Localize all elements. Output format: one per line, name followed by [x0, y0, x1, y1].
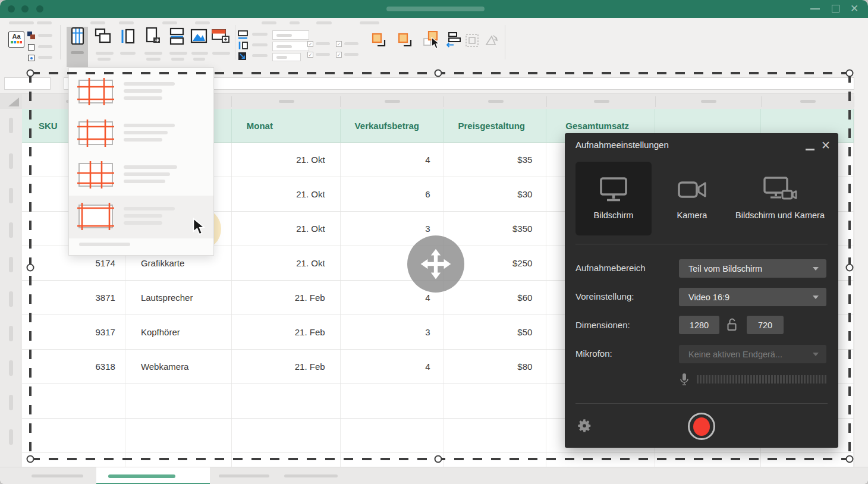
selection-handle-ne[interactable]: [846, 70, 854, 77]
row-label-placeholder: [9, 395, 13, 410]
mode-tile-screen-and-camera[interactable]: Bildschirm und Kamera: [732, 162, 828, 235]
mode-label: Bildschirm: [594, 210, 634, 221]
sheet-tab[interactable]: [284, 474, 338, 477]
mode-tile-screen[interactable]: Bildschirm: [575, 162, 652, 235]
selection-handle-w[interactable]: [27, 264, 34, 272]
table-cell[interactable]: 21. Okt: [232, 177, 341, 211]
dialog-close-icon[interactable]: ✕: [821, 139, 831, 152]
panel-footer-placeholder: [79, 243, 130, 246]
table-cell[interactable]: 6318: [22, 350, 125, 384]
table-cell[interactable]: [22, 384, 125, 418]
table-cell[interactable]: $60: [444, 281, 547, 315]
table-cell[interactable]: $350: [444, 212, 547, 246]
selection-handle-n[interactable]: [435, 70, 442, 77]
close-icon[interactable]: ✕: [850, 2, 858, 15]
format-input[interactable]: [272, 30, 309, 40]
theme-colors-icon[interactable]: [27, 32, 36, 40]
maximize-icon[interactable]: [832, 5, 839, 12]
table-cell[interactable]: $35: [444, 143, 547, 177]
selection-handle-e[interactable]: [846, 264, 854, 272]
font-style-button[interactable]: Aa: [8, 32, 24, 48]
width-input[interactable]: 1280: [679, 316, 719, 334]
minimize-icon[interactable]: [810, 8, 820, 10]
send-backward-icon[interactable]: [398, 33, 413, 51]
table-cell[interactable]: 21. Okt: [232, 212, 341, 246]
name-box[interactable]: [4, 77, 51, 90]
microphone-value: Keine aktiven Endgerä...: [688, 350, 782, 359]
lock-open-icon[interactable]: [727, 318, 737, 331]
sheet-tab-active[interactable]: [96, 467, 210, 484]
preset-dropdown[interactable]: Video 16:9: [679, 288, 826, 306]
table-cell[interactable]: 4: [341, 350, 444, 384]
table-cell[interactable]: Lautsprecher: [125, 281, 232, 315]
group-caption: [37, 21, 52, 24]
option-checkbox[interactable]: ✓: [336, 52, 342, 58]
selection-handle-se[interactable]: [846, 455, 854, 463]
header-cell[interactable]: Monat: [232, 109, 341, 142]
table-cell[interactable]: [232, 384, 341, 418]
traffic-light-close[interactable]: [8, 5, 15, 12]
label-placeholder: [344, 42, 358, 45]
header-cell[interactable]: Verkaufsbetrag: [341, 109, 444, 142]
divider: [505, 25, 505, 59]
format-input[interactable]: [272, 53, 301, 61]
traffic-light-minimize[interactable]: [21, 5, 29, 12]
header-cell[interactable]: Preisgestaltung: [444, 109, 546, 142]
vertical-bar-format-icon[interactable]: [238, 41, 249, 53]
align-left-icon[interactable]: [445, 32, 461, 51]
table-cell[interactable]: 4: [341, 143, 444, 177]
selection-handle-sw[interactable]: [27, 455, 34, 463]
column-label-placeholder: [488, 100, 504, 103]
table-cell[interactable]: [22, 419, 125, 452]
table-cell[interactable]: 9317: [22, 315, 125, 349]
select-all-corner[interactable]: [0, 93, 22, 109]
sheet-tab[interactable]: [32, 474, 83, 477]
height-input[interactable]: 720: [747, 316, 784, 334]
traffic-light-zoom[interactable]: [36, 5, 43, 12]
table-cell[interactable]: [341, 419, 444, 452]
table-cell[interactable]: 21. Feb: [232, 281, 341, 315]
dot-option-icon[interactable]: [28, 55, 34, 61]
dialog-minimize-icon[interactable]: [806, 149, 814, 150]
record-button[interactable]: [688, 413, 715, 440]
table-cell[interactable]: 6: [341, 177, 444, 211]
table-cell[interactable]: [232, 419, 341, 452]
sheet-tab[interactable]: [219, 474, 269, 477]
table-cell[interactable]: 21. Okt: [232, 143, 341, 177]
table-layout-option-1[interactable]: [69, 76, 213, 117]
option-checkbox[interactable]: ✓: [307, 52, 313, 58]
table-cell[interactable]: [444, 384, 547, 418]
table-cell[interactable]: 21. Okt: [232, 246, 341, 280]
option-checkbox[interactable]: ✓: [307, 41, 313, 47]
underline-format-icon[interactable]: [238, 30, 249, 42]
move-cursor-icon[interactable]: [407, 235, 464, 293]
area-dropdown[interactable]: Teil vom Bildschirm: [679, 259, 826, 278]
bring-forward-icon[interactable]: [372, 33, 387, 51]
table-cell[interactable]: $30: [444, 177, 547, 211]
table-cell[interactable]: [125, 419, 232, 452]
option-checkbox[interactable]: ✓: [336, 41, 342, 47]
table-cell[interactable]: 3871: [22, 281, 125, 315]
table-layout-option-4-hovered[interactable]: [69, 196, 213, 238]
row-headers[interactable]: [0, 109, 22, 467]
format-input[interactable]: [272, 42, 309, 51]
table-cell[interactable]: 21. Feb: [232, 350, 341, 384]
table-cell[interactable]: $80: [444, 350, 547, 384]
table-cell[interactable]: [125, 384, 232, 418]
mode-tile-camera[interactable]: Kamera: [654, 162, 730, 235]
fill-option-icon[interactable]: [28, 44, 34, 51]
table-cell[interactable]: [444, 419, 547, 452]
divider: [575, 403, 828, 404]
table-cell[interactable]: $50: [444, 315, 547, 349]
table-layout-option-2[interactable]: [69, 117, 213, 159]
gear-icon[interactable]: [577, 418, 592, 433]
table-cell[interactable]: Kopfhörer: [125, 315, 232, 349]
grid-arrow-icon[interactable]: [238, 52, 249, 64]
selection-handle-s[interactable]: [435, 455, 442, 463]
table-cell[interactable]: 3: [341, 315, 444, 349]
table-layout-option-3[interactable]: [69, 159, 213, 200]
table-cell[interactable]: Webkamera: [125, 350, 232, 384]
selection-handle-nw[interactable]: [27, 70, 34, 77]
table-cell[interactable]: 21. Feb: [232, 315, 341, 349]
table-cell[interactable]: [341, 384, 444, 418]
